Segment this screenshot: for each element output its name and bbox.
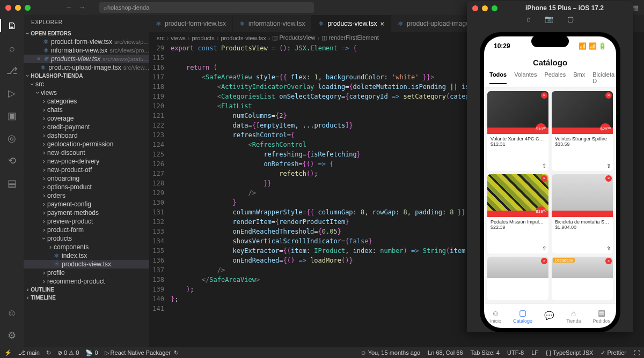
- open-editor-item[interactable]: ⚛ product-upload-image.tsx src/view...: [24, 63, 149, 72]
- phone-frame: 10:29 📶 📶 🔋 Catálogo TodosVolantesPedale…: [480, 32, 620, 332]
- delete-badge[interactable]: ×: [541, 92, 547, 99]
- delete-badge[interactable]: ×: [541, 175, 547, 182]
- product-card[interactable]: ×$19⁰⁰Pedales Mission Impulse...$22.39⇧: [487, 174, 548, 254]
- folder-components[interactable]: components: [24, 243, 149, 251]
- category-tab[interactable]: Bicicleta D: [592, 71, 614, 84]
- delete-badge[interactable]: ×: [605, 175, 612, 182]
- git-blame[interactable]: ☺ You, 15 months ago: [361, 349, 421, 356]
- folder-onboarding[interactable]: onboarding: [24, 174, 149, 183]
- share-icon[interactable]: ⇧: [606, 163, 611, 169]
- extensions-icon[interactable]: ▣: [5, 109, 18, 122]
- sim-min[interactable]: [482, 5, 488, 11]
- nav-back-icon[interactable]: ←: [66, 4, 72, 11]
- sim-close[interactable]: [472, 5, 478, 11]
- folder-credit-payment[interactable]: credit-payment: [24, 123, 149, 131]
- open-editors-section[interactable]: OPEN EDITORS: [24, 29, 149, 38]
- category-tab[interactable]: Bmx: [573, 71, 585, 84]
- editor-tab[interactable]: ⚛products-view.tsx×: [312, 15, 391, 32]
- sync-icon[interactable]: ↻: [46, 349, 51, 356]
- folder-orders[interactable]: orders: [24, 191, 149, 200]
- folder-profile[interactable]: profile: [24, 268, 149, 277]
- tabbar-item[interactable]: ▢Catálogo: [513, 308, 532, 324]
- nav-forward-icon[interactable]: →: [79, 4, 85, 11]
- product-card[interactable]: ×Destacado: [552, 257, 613, 300]
- run-debug-icon[interactable]: ▷: [5, 87, 18, 100]
- feedback-icon[interactable]: ⛶: [634, 349, 640, 356]
- file-products-view.tsx[interactable]: ⚛ products-view.tsx: [24, 260, 149, 268]
- product-grid[interactable]: ×$10⁰⁰Volante Xander 4PC Cro...$12.31⇧×$…: [484, 88, 616, 303]
- problems[interactable]: ⊘ 0 ⚠ 0: [57, 349, 79, 356]
- sim-max[interactable]: [492, 5, 497, 11]
- folder-products[interactable]: products: [24, 234, 149, 243]
- outline-section[interactable]: OUTLINE: [24, 286, 149, 294]
- explorer-icon[interactable]: 🗎: [0, 19, 24, 32]
- prettier[interactable]: ✓ Prettier: [601, 349, 626, 356]
- editor-tab[interactable]: ⚛information-view.tsx: [233, 15, 312, 32]
- category-tab[interactable]: Todos: [489, 71, 507, 84]
- folder-payment-config[interactable]: payment-config: [24, 200, 149, 208]
- timeline-section[interactable]: TIMELINE: [24, 294, 149, 302]
- folder-new-price-delivery[interactable]: new-price-delivery: [24, 157, 149, 166]
- share-icon[interactable]: ⇧: [542, 245, 546, 251]
- editor-tab[interactable]: ⚛product-form-view.tsx: [149, 15, 233, 32]
- tabbar-item[interactable]: 💬: [544, 311, 554, 321]
- minimize-window[interactable]: [15, 5, 21, 11]
- folder-dashboard[interactable]: dashboard: [24, 131, 149, 140]
- product-card[interactable]: ×Bicicleta de montaña Sc...$1,904.00⇧: [552, 174, 613, 254]
- folder-options-product[interactable]: options-product: [24, 183, 149, 191]
- nav-buttons: ← →: [66, 4, 85, 11]
- radio-tower-icon[interactable]: 📡 0: [85, 349, 98, 356]
- folder-recommend-product[interactable]: recommend-product: [24, 277, 149, 286]
- file-index.tsx[interactable]: ⚛ index.tsx: [24, 251, 149, 260]
- remote-icon[interactable]: ⚡: [4, 349, 12, 356]
- git-branch[interactable]: ⎇ main: [18, 349, 40, 356]
- share-icon[interactable]: ⇧: [542, 163, 546, 169]
- live-share-icon[interactable]: ⟲: [5, 154, 18, 167]
- close-tab-icon[interactable]: ×: [380, 20, 384, 28]
- packager-status[interactable]: ▷ React Native Packager ↻: [105, 349, 179, 356]
- database-icon[interactable]: ▤: [5, 177, 18, 190]
- category-tabs[interactable]: TodosVolantesPedalesBmxBicicleta D: [484, 71, 616, 88]
- workspace-section[interactable]: HOLASHOP-TIENDA: [24, 72, 149, 80]
- settings-icon[interactable]: ⚙: [5, 329, 18, 342]
- product-card[interactable]: ×$10⁰⁰Volante Xander 4PC Cro...$12.31⇧: [487, 91, 548, 171]
- category-tab[interactable]: Pedales: [544, 71, 566, 84]
- cursor-pos[interactable]: Ln 68, Col 66: [428, 349, 463, 356]
- remote-explorer-icon[interactable]: ◎: [5, 132, 18, 145]
- close-window[interactable]: [5, 5, 11, 11]
- open-editor-item[interactable]: ⚛ product-form-view.tsx src/views/p...: [24, 38, 149, 46]
- folder-chats[interactable]: chats: [24, 106, 149, 114]
- product-card[interactable]: ×: [487, 257, 548, 300]
- folder-categories[interactable]: categories: [24, 97, 149, 106]
- tabbar-item[interactable]: ☺Inicio: [490, 309, 501, 324]
- category-tab[interactable]: Volantes: [514, 71, 537, 84]
- folder-geolocation-permission[interactable]: geolocation-permission: [24, 140, 149, 148]
- folder-preview-product[interactable]: preview-product: [24, 217, 149, 226]
- source-control-icon[interactable]: ⎇: [5, 64, 18, 77]
- folder-views[interactable]: views: [24, 88, 149, 97]
- folder-coverage[interactable]: coverage: [24, 114, 149, 123]
- folder-new-discount[interactable]: new-discount: [24, 148, 149, 157]
- tabbar-item[interactable]: ▤Pedidos: [592, 308, 610, 324]
- search-icon[interactable]: ⌕: [5, 42, 18, 55]
- folder-payment-methods[interactable]: payment-methods: [24, 208, 149, 217]
- eol[interactable]: LF: [531, 349, 538, 356]
- open-editor-item[interactable]: ⚛ information-view.tsx src/views/pro...: [24, 46, 149, 55]
- tabbar-item[interactable]: ⌂Tienda: [566, 309, 581, 324]
- accounts-icon[interactable]: ☺: [5, 307, 18, 319]
- maximize-window[interactable]: [25, 5, 31, 11]
- sim-rotate-icon[interactable]: ▢: [567, 15, 574, 28]
- sim-screenshot-icon[interactable]: 📷: [545, 15, 553, 28]
- delete-badge[interactable]: ×: [605, 92, 612, 99]
- encoding[interactable]: UTF-8: [507, 349, 524, 356]
- tab-size[interactable]: Tab Size: 4: [471, 349, 500, 356]
- folder-src[interactable]: src: [24, 80, 149, 88]
- command-center[interactable]: ⌕ holashop-tienda: [99, 2, 314, 13]
- product-card[interactable]: ×$29⁹⁰Volntes Stranger Spitfire$33.59⇧: [552, 91, 613, 171]
- folder-new-product-otf[interactable]: new-product-otf: [24, 166, 149, 174]
- sim-home-icon[interactable]: ⌂: [526, 15, 531, 28]
- language-mode[interactable]: { } TypeScript JSX: [546, 349, 593, 356]
- folder-product-form[interactable]: product-form: [24, 226, 149, 234]
- open-editor-item[interactable]: ×⚛ products-view.tsx src/views/produ...: [24, 55, 149, 63]
- share-icon[interactable]: ⇧: [606, 245, 611, 251]
